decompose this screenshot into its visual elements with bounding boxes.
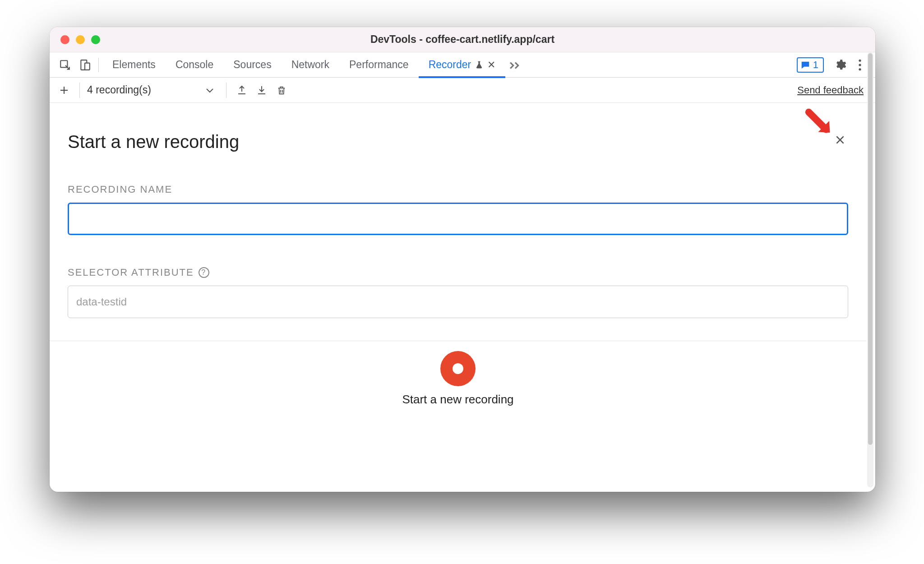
divider (226, 83, 226, 98)
record-dot-icon (453, 363, 463, 374)
annotation-arrow-icon (804, 107, 836, 139)
recording-name-input[interactable] (68, 203, 848, 235)
window-close-button[interactable] (60, 35, 69, 44)
export-icon[interactable] (234, 82, 250, 98)
chevron-down-icon (205, 87, 214, 93)
tab-recorder[interactable]: Recorder ✕ (419, 52, 506, 78)
recordings-dropdown[interactable]: 4 recording(s) (87, 84, 219, 96)
tab-close-icon[interactable]: ✕ (487, 59, 495, 71)
experiment-flask-icon (475, 60, 484, 69)
tab-label: Network (291, 59, 329, 71)
inspect-element-icon[interactable] (55, 55, 75, 75)
traffic-lights (50, 35, 100, 44)
tab-sources[interactable]: Sources (223, 52, 281, 78)
recorder-toolbar: 4 recording(s) Send feedback (50, 78, 875, 103)
more-tabs-icon[interactable] (505, 55, 525, 75)
send-feedback-link[interactable]: Send feedback (797, 84, 864, 96)
tab-performance[interactable]: Performance (339, 52, 419, 78)
window-title: DevTools - coffee-cart.netlify.app/cart (50, 33, 875, 46)
divider (50, 341, 866, 341)
panel-close-button[interactable] (832, 132, 848, 148)
tab-label: Performance (349, 59, 409, 71)
message-icon (800, 60, 810, 70)
svg-rect-2 (85, 63, 90, 69)
panel-title: Start a new recording (68, 132, 239, 152)
vertical-scrollbar[interactable] (867, 52, 873, 487)
tab-label: Console (176, 59, 213, 71)
selector-attribute-input[interactable] (68, 286, 848, 318)
divider (98, 58, 99, 72)
recorder-panel: Start a new recording RECORDING NAME SEL… (50, 103, 866, 492)
devtools-window: DevTools - coffee-cart.netlify.app/cart … (50, 27, 875, 492)
svg-point-4 (859, 64, 861, 66)
start-recording-button[interactable] (440, 351, 476, 386)
selector-attribute-label: SELECTOR ATTRIBUTE (68, 267, 194, 278)
start-recording-label: Start a new recording (402, 393, 513, 407)
tab-network[interactable]: Network (282, 52, 339, 78)
window-titlebar: DevTools - coffee-cart.netlify.app/cart (50, 27, 875, 52)
tab-elements[interactable]: Elements (102, 52, 166, 78)
settings-gear-icon[interactable] (830, 55, 850, 75)
devtools-tabbar: Elements Console Sources Network Perform… (50, 52, 875, 78)
tab-label: Elements (112, 59, 156, 71)
import-icon[interactable] (254, 82, 270, 98)
tab-label: Recorder (429, 59, 471, 71)
recording-name-label: RECORDING NAME (68, 184, 848, 195)
scrollbar-thumb[interactable] (868, 53, 873, 445)
close-icon (834, 134, 846, 146)
recordings-count-label: 4 recording(s) (87, 84, 151, 96)
svg-point-5 (859, 68, 861, 70)
issues-count: 1 (813, 59, 818, 71)
new-recording-button[interactable] (56, 82, 72, 98)
device-toolbar-icon[interactable] (75, 55, 95, 75)
tab-console[interactable]: Console (166, 52, 223, 78)
window-maximize-button[interactable] (91, 35, 100, 44)
window-minimize-button[interactable] (76, 35, 85, 44)
divider (79, 83, 80, 98)
help-icon[interactable]: ? (199, 267, 209, 278)
tab-label: Sources (233, 59, 271, 71)
delete-icon[interactable] (273, 82, 290, 98)
svg-point-3 (859, 59, 861, 61)
issues-badge[interactable]: 1 (797, 57, 824, 73)
